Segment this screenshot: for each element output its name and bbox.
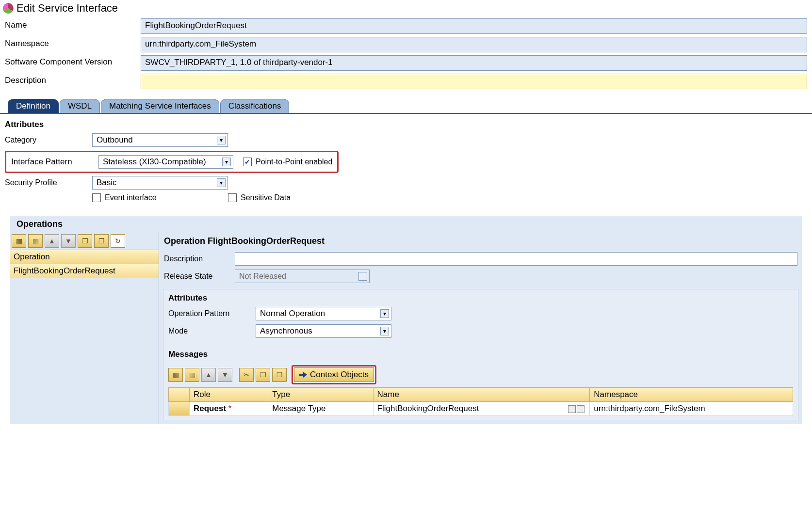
checkbox-empty-icon [92, 193, 101, 202]
paste-button[interactable]: ❐ [94, 234, 109, 248]
interface-pattern-label: Interface Pattern [11, 157, 89, 167]
move-down-button[interactable]: ▼ [61, 234, 76, 248]
msg-copy-button[interactable]: ❐ [256, 368, 270, 382]
operation-list-item[interactable]: FlightBookingOrderRequest [10, 264, 159, 278]
category-label: Category [5, 136, 92, 144]
msg-up-button[interactable]: ▲ [201, 368, 216, 382]
msg-cut-button[interactable]: ✂ [239, 368, 254, 382]
op-description-input[interactable] [235, 252, 797, 266]
description-label: Description [5, 74, 141, 89]
dropdown-icon: ▾ [217, 136, 226, 144]
messages-toolbar: ▦ ▦ ▲ ▼ ✂ ❐ ❐ Context Objects [168, 363, 793, 386]
description-input[interactable] [141, 74, 807, 89]
security-value: Basic [97, 178, 117, 188]
col-role: Role [190, 388, 268, 402]
msg-add-button[interactable]: ▦ [168, 368, 183, 382]
col-namespace: Namespace [590, 388, 793, 402]
attributes-heading: Attributes [5, 120, 807, 129]
msg-paste-button[interactable]: ❐ [272, 368, 287, 382]
p2p-checkbox[interactable]: ✔ Point-to-Point enabled [243, 158, 332, 166]
context-objects-highlight: Context Objects [292, 365, 376, 384]
operations-heading: Operations [10, 216, 802, 232]
value-help-icon[interactable] [568, 405, 576, 413]
copy-button[interactable]: ❐ [78, 234, 92, 248]
context-objects-button[interactable]: Context Objects [294, 367, 374, 382]
msg-role: Request [194, 404, 226, 413]
name-label: Name [5, 18, 141, 34]
dropdown-icon: ▾ [222, 158, 231, 166]
operations-toolbar: ▦ ▦ ▲ ▼ ❐ ❐ ↻ [10, 232, 159, 250]
msg-down-button[interactable]: ▼ [218, 368, 232, 382]
op-pattern-select[interactable]: Normal Operation ▾ [256, 307, 391, 320]
sensitive-label: Sensitive Data [241, 193, 291, 202]
category-value: Outbound [97, 135, 133, 145]
event-label: Event interface [105, 193, 157, 202]
mode-select[interactable]: Asynchronous ▾ [256, 324, 391, 338]
operations-panel: Operations ▦ ▦ ▲ ▼ ❐ ❐ ↻ Operation Fligh… [10, 216, 802, 424]
msg-name: FlightBookingOrderRequest [377, 404, 479, 413]
tab-bar: Definition WSDL Matching Service Interfa… [0, 99, 812, 114]
row-handle[interactable] [169, 402, 190, 416]
swcv-label: Software Component Version [5, 55, 141, 71]
tab-wsdl[interactable]: WSDL [60, 99, 100, 113]
col-type: Type [268, 388, 373, 402]
event-interface-checkbox[interactable]: Event interface [92, 193, 228, 202]
msg-type: Message Type [268, 402, 373, 416]
namespace-label: Namespace [5, 37, 141, 52]
move-up-button[interactable]: ▲ [45, 234, 59, 248]
security-label: Security Profile [5, 178, 92, 187]
operation-detail-heading: Operation FlightBookingOrderRequest [159, 232, 802, 250]
messages-table: Role Type Name Namespace Request * [168, 387, 793, 416]
refresh-button[interactable]: ↻ [111, 234, 125, 248]
release-state-value: Not Released [235, 270, 370, 283]
category-select[interactable]: Outbound ▾ [92, 133, 228, 147]
dropdown-icon: ▾ [380, 327, 389, 335]
p2p-label: Point-to-Point enabled [256, 158, 332, 166]
add-row-button[interactable]: ▦ [12, 234, 26, 248]
mode-value: Asynchronous [260, 326, 312, 336]
message-row[interactable]: Request * Message Type FlightBookingOrde… [169, 402, 793, 416]
interface-pattern-highlight: Interface Pattern Stateless (XI30-Compat… [5, 151, 339, 173]
checkbox-checked-icon: ✔ [243, 158, 252, 166]
tab-definition[interactable]: Definition [8, 99, 59, 113]
msg-namespace: urn:thirdparty.com_FileSystem [590, 402, 793, 416]
dropdown-icon [358, 272, 367, 281]
dropdown-icon: ▾ [217, 178, 226, 187]
operations-list-header: Operation [10, 250, 159, 264]
op-pattern-label: Operation Pattern [168, 309, 256, 318]
messages-heading: Messages [168, 350, 793, 359]
tab-matching[interactable]: Matching Service Interfaces [101, 99, 219, 113]
op-pattern-value: Normal Operation [260, 309, 325, 318]
interface-pattern-value: Stateless (XI30-Compatible) [103, 157, 206, 167]
page-title: Edit Service Interface [16, 2, 118, 15]
security-select[interactable]: Basic ▾ [92, 176, 228, 190]
interface-pattern-select[interactable]: Stateless (XI30-Compatible) ▾ [98, 155, 233, 169]
op-attributes-heading: Attributes [168, 293, 793, 303]
col-name: Name [373, 388, 590, 402]
swcv-value: SWCV_THIRDPARTY_1, 1.0 of thirdparty-ven… [141, 55, 807, 71]
tab-classifications[interactable]: Classifications [220, 99, 290, 113]
arrow-right-icon [299, 372, 307, 378]
delete-row-button[interactable]: ▦ [28, 234, 43, 248]
service-interface-icon [3, 3, 14, 14]
name-value: FlightBookingOrderRequest [141, 18, 807, 34]
mode-label: Mode [168, 327, 256, 335]
op-description-label: Description [164, 254, 232, 263]
dropdown-icon: ▾ [380, 309, 389, 318]
required-asterisk: * [228, 404, 232, 413]
value-help-icon[interactable] [577, 405, 585, 413]
release-state-label: Release State [164, 272, 232, 281]
msg-delete-button[interactable]: ▦ [185, 368, 199, 382]
title-bar: Edit Service Interface [0, 0, 812, 16]
namespace-value: urn:thirdparty.com_FileSystem [141, 37, 807, 52]
sensitive-data-checkbox[interactable]: Sensitive Data [228, 193, 364, 202]
checkbox-empty-icon [228, 193, 237, 202]
